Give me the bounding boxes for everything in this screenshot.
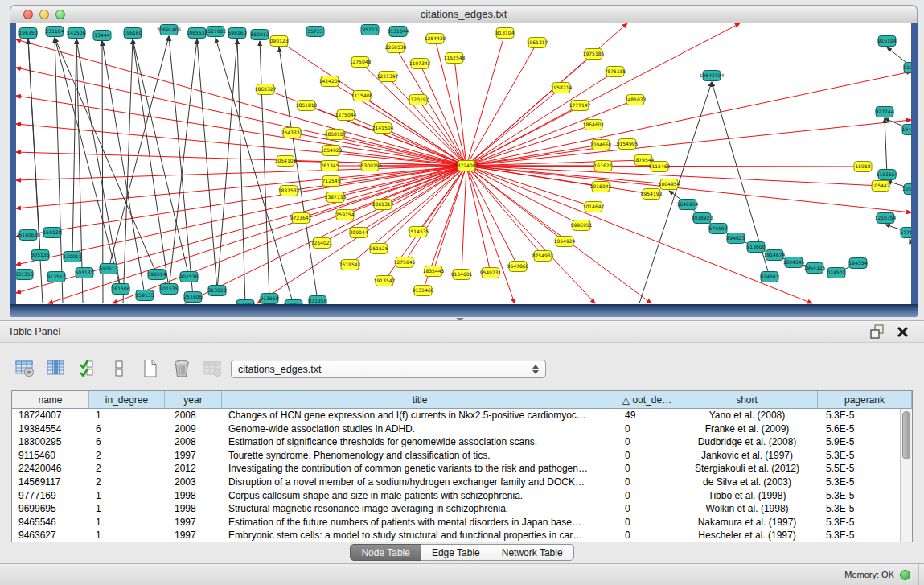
cell-short[interactable]: Hescheler et al. (1997) (676, 529, 818, 542)
cell-pagerank[interactable]: 5.3E-5 (818, 409, 900, 422)
graph-node[interactable]: 761345 (321, 161, 339, 171)
graph-node[interactable]: 1913547 (374, 276, 396, 286)
cell-out_degree[interactable]: 0 (618, 462, 676, 476)
cell-name[interactable]: 22420046 (12, 462, 89, 476)
column-header-name[interactable]: name (12, 391, 89, 409)
close-window-button[interactable] (23, 10, 33, 19)
cell-title[interactable]: Estimation of significance thresholds fo… (222, 435, 618, 449)
red-edge[interactable] (466, 72, 615, 166)
graph-node[interactable]: 1424204 (319, 76, 341, 87)
table-source-dropdown[interactable]: citations_edges.txt (231, 360, 546, 378)
graph-node[interactable]: 196350 (19, 28, 38, 39)
graph-node[interactable]: 1975185 (583, 49, 605, 60)
graph-node[interactable]: 813104 (496, 28, 515, 39)
black-edge[interactable] (279, 47, 318, 301)
graph-node[interactable]: 2260538 (385, 43, 407, 53)
graph-node[interactable]: 13444 (93, 31, 111, 41)
graph-node[interactable]: 1958214 (551, 83, 573, 93)
cell-out_degree[interactable]: 0 (618, 529, 676, 542)
column-header-out_degree[interactable]: △ out_de… (618, 391, 676, 409)
graph-node[interactable]: 95723 (361, 25, 379, 35)
graph-node[interactable]: 1054923 (321, 146, 343, 156)
cell-year[interactable]: 1998 (165, 502, 222, 516)
graph-node[interactable]: 1320197 (408, 95, 429, 105)
graph-node[interactable]: 916104 (878, 36, 897, 47)
graph-node[interactable]: 1254439 (425, 34, 446, 44)
graph-node[interactable]: 1835445 (423, 266, 445, 277)
graph-node[interactable]: 231104 (46, 27, 64, 37)
cell-in_degree[interactable]: 6 (89, 422, 165, 436)
cell-in_degree[interactable]: 1 (89, 502, 165, 516)
select-all-columns-icon[interactable] (76, 356, 100, 381)
graph-node[interactable]: 105442 (872, 181, 890, 192)
graph-node[interactable]: 130012 (285, 300, 303, 305)
graph-node[interactable]: 1527002 (205, 27, 227, 37)
cell-pagerank[interactable]: 5.3E-5 (818, 449, 900, 463)
cell-title[interactable]: Changes of HCN gene expression and I(f) … (222, 409, 618, 422)
graph-node[interactable]: 7254021 (311, 238, 333, 249)
black-edge[interactable] (28, 39, 43, 303)
graph-node[interactable]: 8954193 (641, 189, 663, 200)
cell-in_degree[interactable]: 1 (89, 529, 165, 542)
graph-node[interactable]: 1514535 (408, 227, 429, 237)
graph-node[interactable]: 142506 (68, 28, 86, 39)
graph-node[interactable]: 55723 (306, 27, 324, 37)
graph-node[interactable]: 1016042 (590, 182, 612, 192)
graph-node[interactable]: 1864601 (583, 120, 605, 130)
red-edge[interactable] (383, 128, 466, 166)
cell-title[interactable]: Embryonic stem cells: a model to study s… (222, 529, 618, 542)
graph-node[interactable]: 1221397 (377, 72, 399, 82)
graph-node[interactable]: 159138 (43, 228, 62, 238)
graph-node[interactable]: 696160 (228, 28, 247, 39)
cell-short[interactable]: Wolkin et al. (1998) (676, 502, 818, 516)
graph-node[interactable]: 1860327 (255, 84, 277, 95)
graph-node[interactable]: 261506 (112, 284, 130, 295)
table-row[interactable]: 2242004622012Investigating the contribut… (12, 462, 900, 476)
graph-node[interactable]: 19643794 (700, 71, 725, 81)
graph-node[interactable]: 8131044 (388, 27, 409, 37)
cell-out_degree[interactable]: 49 (618, 409, 676, 422)
graph-node[interactable]: 9547866 (507, 262, 529, 272)
graph-node[interactable]: 759254 (336, 210, 355, 220)
table-row[interactable]: 1456911722003Disruption of a novel membe… (12, 476, 900, 489)
column-header-year[interactable]: year (165, 391, 222, 409)
table-row[interactable]: 1830029562008Estimation of significance … (12, 435, 900, 449)
graph-node[interactable]: 031356 (309, 296, 327, 305)
graph-node[interactable]: 1964325 (804, 263, 826, 274)
column-header-in_degree[interactable]: in_degree (89, 391, 165, 409)
graph-node[interactable]: 9549231 (480, 268, 502, 278)
graph-node[interactable]: 090123 (270, 36, 289, 47)
cell-name[interactable]: 9463627 (12, 529, 89, 542)
graph-node[interactable]: 9115460 (649, 162, 671, 172)
cell-name[interactable]: 9115460 (12, 449, 89, 463)
graph-node[interactable]: 2141504 (372, 123, 394, 134)
column-header-short[interactable]: short (676, 391, 818, 409)
red-edge[interactable] (466, 120, 911, 166)
graph-node[interactable]: 7485033 (625, 95, 647, 105)
graph-node[interactable]: 1115408 (351, 91, 373, 101)
graph-node[interactable]: 18300295 (358, 161, 383, 171)
cell-short[interactable]: Tibbo et al. (1998) (676, 489, 818, 503)
black-edge[interactable] (260, 41, 269, 299)
tab-network-table[interactable]: Network Table (491, 544, 574, 561)
graph-node[interactable]: 1777147 (569, 101, 591, 111)
graph-node[interactable]: 9154601 (451, 270, 473, 280)
cell-pagerank[interactable]: 5.3E-5 (818, 502, 900, 516)
cell-out_degree[interactable]: 0 (618, 422, 676, 436)
graph-node[interactable]: 9135460 (413, 286, 434, 296)
cell-title[interactable]: Structural magnetic resonance image aver… (222, 502, 618, 516)
red-edge[interactable] (466, 166, 543, 256)
graph-node[interactable]: 1193554 (877, 170, 898, 180)
graph-node[interactable]: 9154995 (617, 139, 639, 150)
cell-in_degree[interactable]: 1 (89, 516, 165, 529)
graph-node[interactable]: 590513 (100, 264, 118, 274)
table-vertical-scrollbar[interactable] (900, 409, 912, 542)
black-edge[interactable] (72, 39, 76, 257)
cell-year[interactable]: 1997 (165, 529, 222, 542)
red-edge[interactable] (466, 33, 505, 166)
scrollbar-thumb[interactable] (902, 411, 910, 459)
cell-short[interactable]: Jankovic et al. (1997) (676, 449, 818, 463)
black-edge[interactable] (910, 239, 911, 269)
graph-node[interactable]: 1197343 (409, 59, 431, 69)
cell-name[interactable]: 9699695 (12, 502, 89, 516)
